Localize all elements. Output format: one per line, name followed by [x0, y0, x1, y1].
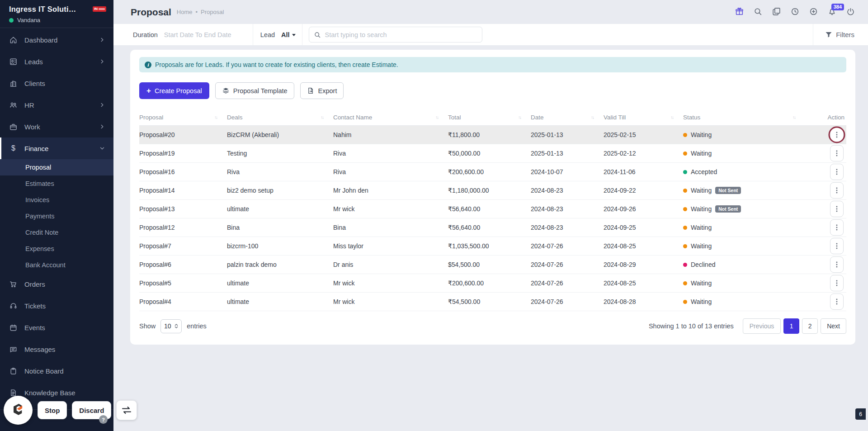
- row-actions-button[interactable]: [830, 164, 844, 180]
- sidebar-item-dashboard[interactable]: Dashboard: [0, 29, 113, 51]
- sort-icon[interactable]: ↑↓: [793, 115, 795, 120]
- table-row[interactable]: Proposal#7 bizcrm-100 Miss taylor ₹1,035…: [139, 237, 846, 256]
- row-actions-button[interactable]: [830, 238, 844, 254]
- row-actions-button[interactable]: [830, 275, 844, 291]
- col-proposal[interactable]: Proposal↑↓: [139, 110, 227, 126]
- sort-icon[interactable]: ↑↓: [435, 115, 438, 120]
- col-deals[interactable]: Deals↑↓: [227, 110, 333, 126]
- row-actions-button[interactable]: [830, 182, 844, 199]
- cell-deal: Riva: [227, 163, 333, 181]
- filters-button[interactable]: Filters: [813, 24, 868, 45]
- info-banner: i Proposals are for Leads. If you want t…: [139, 57, 846, 72]
- sidebar-subitem-payments[interactable]: Payments: [0, 208, 113, 224]
- row-actions-button[interactable]: [830, 256, 844, 273]
- sidebar-item-hr[interactable]: HR: [0, 94, 113, 116]
- status-dot: [683, 226, 687, 230]
- breadcrumb-home[interactable]: Home: [177, 9, 193, 15]
- search-box[interactable]: [309, 27, 482, 43]
- create-proposal-button[interactable]: + Create Proposal: [139, 82, 209, 99]
- table-row[interactable]: Proposal#19 Testing Riva ₹50,000.00 2025…: [139, 144, 846, 163]
- sidebar-subitem-expenses[interactable]: Expenses: [0, 241, 113, 257]
- row-actions-button[interactable]: [830, 127, 844, 143]
- page-1-button[interactable]: 1: [783, 318, 799, 334]
- col-date[interactable]: Date↑↓: [531, 110, 604, 126]
- sidebar-item-events[interactable]: Events: [0, 317, 113, 338]
- sort-icon[interactable]: ↑↓: [321, 115, 323, 120]
- lead-dropdown[interactable]: All: [281, 31, 296, 38]
- stop-button[interactable]: Stop: [38, 401, 67, 419]
- sidebar-item-messages[interactable]: Messages: [0, 338, 113, 360]
- status-dot: [683, 170, 687, 174]
- sidebar-item-finance[interactable]: $ Finance: [0, 137, 113, 159]
- sidebar-item-work[interactable]: Work: [0, 116, 113, 137]
- export-button[interactable]: Export: [300, 82, 344, 99]
- power-icon[interactable]: [845, 7, 856, 18]
- col-status[interactable]: Status↑↓: [683, 110, 805, 126]
- row-actions-button[interactable]: [830, 294, 844, 310]
- bell-icon[interactable]: 384: [826, 7, 837, 18]
- table-row[interactable]: Proposal#5 ultimate Mr wick ₹200,600.00 …: [139, 274, 846, 293]
- table-row[interactable]: Proposal#12 Bina Bina ₹56,640.00 2024-08…: [139, 218, 846, 237]
- recorder-logo[interactable]: [4, 396, 33, 425]
- col-total[interactable]: Total↑↓: [448, 110, 531, 126]
- col-valid-till[interactable]: Valid Till↑↓: [604, 110, 683, 126]
- table-row[interactable]: Proposal#20 BizCRM (Akberali) Nahim ₹11,…: [139, 126, 846, 144]
- next-page-button[interactable]: Next: [821, 318, 846, 334]
- cell-valid-till: 2025-02-12: [604, 144, 683, 163]
- status-dot: [683, 133, 687, 137]
- search-icon[interactable]: [752, 7, 763, 18]
- cell-proposal: Proposal#19: [139, 144, 227, 163]
- status-label: Waiting: [691, 131, 712, 138]
- col-contact-name[interactable]: Contact Name↑↓: [333, 110, 448, 126]
- sort-icon[interactable]: ↑↓: [518, 115, 521, 120]
- table-row[interactable]: Proposal#6 palzin track demo Dr anis $54…: [139, 256, 846, 274]
- sidebar-subitem-estimates[interactable]: Estimates: [0, 175, 113, 192]
- cell-valid-till: 2024-09-22: [604, 181, 683, 200]
- cell-valid-till: 2024-09-25: [604, 218, 683, 237]
- swap-button[interactable]: [116, 400, 137, 420]
- sidebar-item-clients[interactable]: Clients: [0, 72, 113, 94]
- row-actions-button[interactable]: [830, 219, 844, 236]
- sidebar-item-notice-board[interactable]: Notice Board: [0, 360, 113, 382]
- table-search-input[interactable]: [325, 31, 477, 38]
- content-card: i Proposals are for Leads. If you want t…: [130, 50, 855, 345]
- sidebar-item-leads[interactable]: Leads: [0, 51, 113, 72]
- duration-input[interactable]: [164, 31, 253, 38]
- cell-proposal: Proposal#7: [139, 237, 227, 256]
- gift-icon[interactable]: [734, 7, 745, 18]
- previous-page-button[interactable]: Previous: [743, 318, 781, 334]
- kebab-icon: [833, 224, 840, 231]
- table-row[interactable]: Proposal#16 Riva Riva ₹200,600.00 2024-1…: [139, 163, 846, 181]
- row-actions-button[interactable]: [830, 201, 844, 217]
- table-row[interactable]: Proposal#13 ultimate Mr wick ₹56,640.00 …: [139, 200, 846, 218]
- cell-total: $54,500.00: [448, 256, 531, 274]
- sidebar-item-tickets[interactable]: Tickets: [0, 295, 113, 317]
- table-row[interactable]: Proposal#14 biz2 demo setup Mr John den …: [139, 181, 846, 200]
- proposal-table-body: Proposal#20 BizCRM (Akberali) Nahim ₹11,…: [139, 126, 846, 311]
- table-row[interactable]: Proposal#4 ultimate Mr wick ₹54,500.00 2…: [139, 293, 846, 311]
- clock-icon[interactable]: [789, 7, 800, 18]
- plus-circle-icon[interactable]: [808, 7, 819, 18]
- cell-deal: BizCRM (Akberali): [227, 126, 333, 144]
- sidebar-subitem-bank-account[interactable]: Bank Account: [0, 257, 113, 273]
- page-size-select[interactable]: 10: [160, 319, 182, 333]
- page-2-button[interactable]: 2: [802, 318, 818, 334]
- info-banner-text: Proposals are for Leads. If you want to …: [155, 61, 398, 68]
- sidebar-item-orders[interactable]: Orders: [0, 273, 113, 295]
- clipboard-icon: [9, 367, 18, 375]
- status-label: Waiting: [691, 205, 712, 213]
- pages-icon[interactable]: [771, 7, 782, 18]
- sort-icon[interactable]: ↑↓: [670, 115, 673, 120]
- sort-icon[interactable]: ↑↓: [591, 115, 594, 120]
- cell-contact: Miss taylor: [333, 237, 448, 256]
- sidebar-subitem-proposal[interactable]: Proposal: [0, 159, 113, 175]
- row-actions-button[interactable]: [830, 145, 844, 161]
- show-label: Show: [139, 322, 156, 330]
- sidebar-nav: Dashboard Leads Clients HR Work $ Financ…: [0, 28, 113, 403]
- proposal-template-button[interactable]: Proposal Template: [215, 82, 294, 99]
- status-dot: [683, 152, 687, 156]
- sidebar-subitem-credit-note[interactable]: Credit Note: [0, 224, 113, 241]
- sort-icon[interactable]: ↑↓: [214, 115, 217, 120]
- help-bubble[interactable]: ?: [99, 415, 108, 424]
- sidebar-subitem-invoices[interactable]: Invoices: [0, 192, 113, 208]
